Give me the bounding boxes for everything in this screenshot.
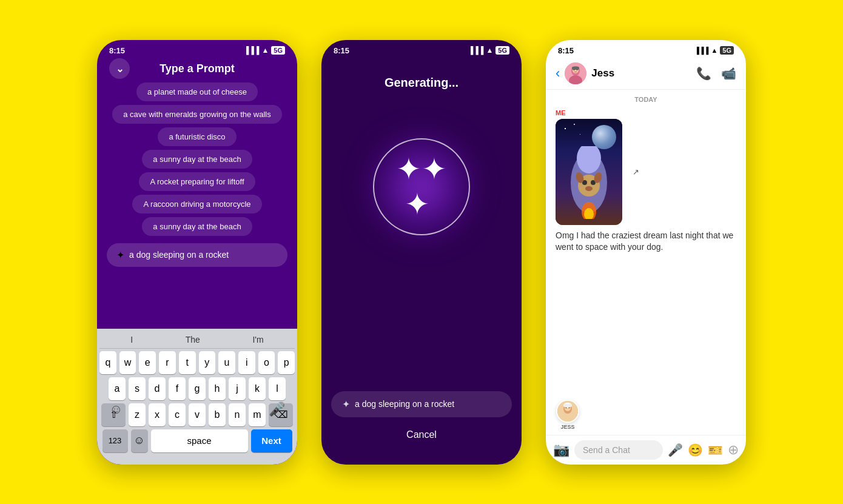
battery-icon: 5G [271,46,285,55]
back-button[interactable]: ⌄ [109,58,130,79]
status-bar-1: 8:15 ▐▐▐ ▲ 5G [97,40,297,58]
key-r[interactable]: r [159,351,176,374]
emoji-icon-chat[interactable]: 😊 [688,443,703,457]
chat-action-buttons: 📞 📹 [696,66,736,81]
camera-icon[interactable]: 📷 [553,442,569,458]
ai-sparkle-icon-2: ✦ [342,398,350,410]
date-divider: TODAY [556,96,736,103]
key-space[interactable]: space [151,429,248,452]
keyboard-suggestions: I The I'm [99,332,295,349]
chat-messages: TODAY ME [546,90,746,395]
jess-avatar [556,400,579,423]
key-f[interactable]: f [169,377,186,400]
chat-input-row: 📷 Send a Chat 🎤 😊 🎫 ⊕ [546,435,746,465]
key-j[interactable]: j [229,377,246,400]
key-z[interactable]: z [129,403,146,426]
key-o[interactable]: o [258,351,275,374]
prompt-text: a dog sleeping on a rocket [355,399,454,409]
phone-prompt-screen: 8:15 ▐▐▐ ▲ 5G ⌄ Type a Prompt a planet m… [97,40,297,465]
next-button[interactable]: Next [251,429,292,452]
cancel-button[interactable]: Cancel [331,429,512,440]
prompt-text-input[interactable] [129,250,278,260]
key-i[interactable]: i [238,351,255,374]
time-1: 8:15 [109,46,125,55]
rocket-body [560,146,617,219]
suggestion-3[interactable]: I'm [252,335,263,344]
phone-call-icon[interactable]: 📞 [696,66,711,81]
prompt-header: ⌄ Type a Prompt [97,58,297,82]
key-p[interactable]: p [278,351,295,374]
space-planet [592,125,616,149]
key-123[interactable]: 123 [102,429,128,452]
prompt-chip-5[interactable]: A rocket preparing for liftoff [139,172,255,191]
key-y[interactable]: y [199,351,216,374]
ai-sparkle-icon: ✦ [116,249,124,261]
prompt-chip-4[interactable]: a sunny day at the beach [142,150,252,169]
key-v[interactable]: v [189,403,206,426]
share-button[interactable]: ↗ [627,163,644,180]
key-b[interactable]: b [209,403,226,426]
key-t[interactable]: t [179,351,196,374]
key-e[interactable]: e [139,351,156,374]
signal-icon: ▐▐▐ [244,46,260,55]
key-g[interactable]: g [189,377,206,400]
key-k[interactable]: k [249,377,266,400]
prompt-chip-3[interactable]: a futuristic disco [158,127,236,146]
key-l[interactable]: l [269,377,286,400]
key-a[interactable]: a [109,377,126,400]
key-c[interactable]: c [169,403,186,426]
key-h[interactable]: h [209,377,226,400]
jess-typing: JESS [556,400,736,430]
svg-rect-7 [572,67,579,70]
key-n[interactable]: n [229,403,246,426]
add-icon[interactable]: ⊕ [728,442,739,458]
contact-name: Jess [591,67,696,79]
key-emoji[interactable]: ☺ [131,429,148,452]
key-d[interactable]: d [149,377,166,400]
prompt-input-area[interactable]: ✦ [107,243,287,267]
prompt-chip-7[interactable]: a sunny day at the beach [142,217,252,236]
wifi-icon-3: ▲ [711,47,717,54]
key-q[interactable]: q [99,351,116,374]
video-call-icon[interactable]: 📹 [721,66,736,81]
chevron-down-icon: ⌄ [116,63,124,75]
dog-space-image [556,119,622,225]
message-input[interactable]: Send a Chat [574,440,663,460]
page-title: Type a Prompt [160,62,235,75]
sticker-icon[interactable]: 🎫 [708,443,723,457]
keyboard-row-2: a s d f g h j k l [99,377,295,400]
mic-icon[interactable]: 🎤 [269,402,285,417]
ai-loading-animation: ✦✦ ✦ [361,126,482,247]
emoji-icon[interactable]: ☺ [109,402,123,417]
wifi-icon-2: ▲ [486,46,493,55]
jess-name-label: JESS [560,424,574,430]
glow-ring: ✦✦ ✦ [373,138,470,235]
keyboard-row-1: q w e r t y u i o p [99,351,295,374]
key-u[interactable]: u [218,351,235,374]
key-w[interactable]: w [119,351,136,374]
status-icons-1: ▐▐▐ ▲ 5G [244,46,285,55]
prompt-chip-6[interactable]: A raccoon driving a motorcycle [132,195,261,213]
prompt-suggestions-list: a planet made out of cheese a cave with … [97,82,297,236]
suggestion-1[interactable]: I [130,335,133,344]
generating-title: Generating... [321,76,522,90]
mic-icon-chat[interactable]: 🎤 [668,443,683,457]
send-chat-placeholder: Send a Chat [583,445,630,455]
time-2: 8:15 [334,46,349,55]
prompt-chip-2[interactable]: a cave with emeralds growing on the wall… [112,105,282,124]
jess-avatar-svg [557,401,578,422]
phone-generating-screen: 8:15 ▐▐▐ ▲ 5G Generating... ✦✦ ✦ ✦ a dog… [321,40,522,465]
key-x[interactable]: x [149,403,166,426]
contact-avatar [565,62,586,84]
rocket-svg [560,146,617,219]
ai-generated-image[interactable] [556,119,622,225]
key-m[interactable]: m [249,403,266,426]
battery-icon-3: 5G [720,46,734,55]
suggestion-2[interactable]: The [186,335,200,344]
key-s[interactable]: s [129,377,146,400]
prompt-chip-1[interactable]: a planet made out of cheese [136,82,258,101]
status-icons-2: ▐▐▐ ▲ 5G [468,46,509,55]
jess-avatar-area: JESS [556,400,580,430]
back-button-chat[interactable]: ‹ [556,66,560,81]
phone-chat-screen: 8:15 ▐▐▐ ▲ 5G ‹ Jess 📞 [546,40,746,465]
